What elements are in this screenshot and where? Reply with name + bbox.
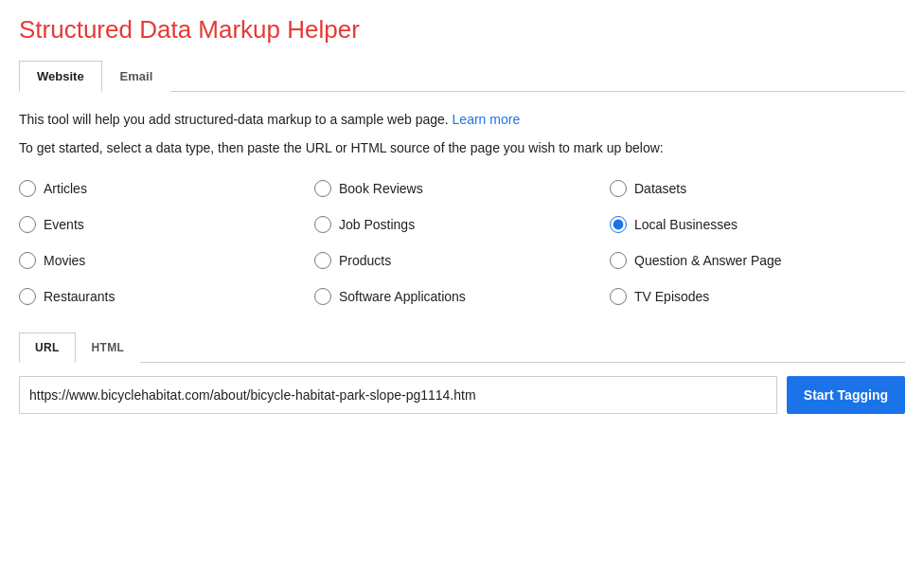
radio-input-articles[interactable]: [19, 180, 36, 197]
radio-option-articles[interactable]: Articles: [19, 180, 314, 197]
radio-option-job-postings[interactable]: Job Postings: [314, 216, 610, 233]
radio-option-tv-episodes[interactable]: TV Episodes: [610, 288, 905, 305]
radio-option-products[interactable]: Products: [314, 252, 610, 269]
radio-input-local-businesses[interactable]: [610, 216, 627, 233]
radio-option-restaurants[interactable]: Restaurants: [19, 288, 314, 305]
radio-input-tv-episodes[interactable]: [610, 288, 627, 305]
radio-label-restaurants: Restaurants: [44, 289, 115, 304]
url-input[interactable]: [19, 376, 777, 414]
url-input-row: Start Tagging: [19, 376, 905, 414]
radio-option-qa-page[interactable]: Question & Answer Page: [610, 252, 905, 269]
radio-label-book-reviews: Book Reviews: [339, 181, 423, 196]
radio-option-software-applications[interactable]: Software Applications: [314, 288, 610, 305]
main-tabs: Website Email: [19, 60, 905, 92]
radio-input-movies[interactable]: [19, 252, 36, 269]
radio-option-book-reviews[interactable]: Book Reviews: [314, 180, 610, 197]
tab-html[interactable]: HTML: [76, 332, 141, 363]
radio-label-software-applications: Software Applications: [339, 289, 466, 304]
radio-label-movies: Movies: [44, 253, 85, 268]
tab-website[interactable]: Website: [19, 61, 102, 92]
radio-input-products[interactable]: [314, 252, 331, 269]
radio-input-book-reviews[interactable]: [314, 180, 331, 197]
radio-label-datasets: Datasets: [634, 181, 686, 196]
tab-email[interactable]: Email: [102, 61, 171, 92]
radio-input-software-applications[interactable]: [314, 288, 331, 305]
radio-label-products: Products: [339, 253, 391, 268]
instruction-text: To get started, select a data type, then…: [19, 137, 905, 158]
radio-option-datasets[interactable]: Datasets: [610, 180, 905, 197]
description-static: This tool will help you add structured-d…: [19, 112, 449, 127]
radio-option-events[interactable]: Events: [19, 216, 314, 233]
radio-label-qa-page: Question & Answer Page: [634, 253, 782, 268]
learn-more-link[interactable]: Learn more: [453, 112, 521, 127]
radio-label-articles: Articles: [44, 181, 87, 196]
start-tagging-button[interactable]: Start Tagging: [787, 376, 905, 414]
page-title: Structured Data Markup Helper: [19, 15, 905, 45]
description-text: This tool will help you add structured-d…: [19, 109, 905, 130]
radio-option-movies[interactable]: Movies: [19, 252, 314, 269]
radio-label-events: Events: [44, 217, 84, 232]
radio-option-local-businesses[interactable]: Local Businesses: [610, 216, 905, 233]
url-html-tabs: URL HTML: [19, 332, 905, 363]
radio-input-restaurants[interactable]: [19, 288, 36, 305]
radio-input-datasets[interactable]: [610, 180, 627, 197]
radio-input-job-postings[interactable]: [314, 216, 331, 233]
radio-input-qa-page[interactable]: [610, 252, 627, 269]
radio-input-events[interactable]: [19, 216, 36, 233]
radio-label-job-postings: Job Postings: [339, 217, 415, 232]
radio-label-tv-episodes: TV Episodes: [634, 289, 709, 304]
tab-url[interactable]: URL: [19, 332, 76, 363]
data-type-grid: ArticlesBook ReviewsDatasetsEventsJob Po…: [19, 180, 905, 305]
radio-label-local-businesses: Local Businesses: [634, 217, 737, 232]
